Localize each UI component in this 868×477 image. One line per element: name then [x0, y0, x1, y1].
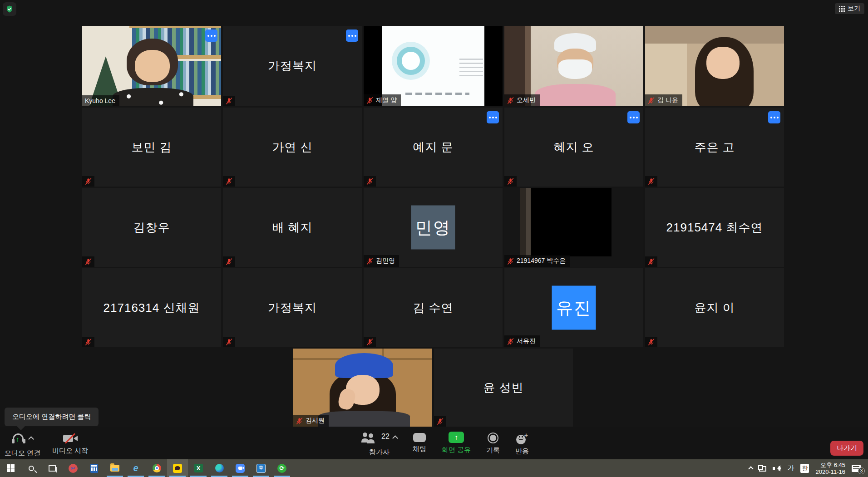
windows-logo-icon — [7, 464, 15, 472]
muted-mic-icon — [366, 97, 373, 104]
video-tile[interactable]: 주은 고 — [645, 108, 784, 187]
internet-explorer-button[interactable]: e — [125, 459, 146, 477]
headphones-icon: ↑ — [12, 433, 25, 443]
muted-badge — [645, 337, 657, 347]
video-tile-nayun[interactable]: 김 나윤 — [645, 26, 784, 106]
zoom-meeting-window: 보기 Kyuho Lee 가정복지 — [0, 0, 868, 477]
muted-mic-icon — [507, 258, 514, 265]
muted-mic-icon — [366, 339, 373, 345]
action-center-icon[interactable]: 3 — [852, 465, 861, 472]
video-tile[interactable]: 21915474 최수연 — [645, 188, 784, 267]
share-screen-button[interactable]: ↑ 화면 공유 — [442, 432, 471, 457]
audio-options-chevron-icon[interactable] — [28, 436, 34, 442]
participant-name: 김시원 — [306, 417, 325, 425]
participant-name: 주은 고 — [645, 108, 784, 187]
record-button[interactable]: 기록 — [486, 432, 500, 457]
video-tile[interactable]: 윤지 이 — [645, 268, 784, 347]
tray-overflow-chevron-icon[interactable] — [749, 466, 754, 471]
video-tile[interactable]: 보민 김 — [82, 108, 221, 187]
muted-mic-icon — [366, 258, 373, 265]
ime-mode-indicator[interactable]: 가 — [787, 464, 794, 472]
muted-badge — [82, 256, 94, 267]
security-shield-button[interactable] — [3, 2, 16, 16]
tile-menu-button[interactable] — [487, 111, 499, 123]
tile-menu-button[interactable] — [768, 111, 780, 123]
hangul-office-icon: 호 — [256, 464, 266, 473]
video-tile[interactable]: 가연 신 — [223, 108, 362, 187]
video-tile-suwon[interactable]: 21914967 박수은 — [504, 188, 643, 267]
tile-menu-button[interactable] — [205, 30, 217, 42]
snipping-tool-icon: ✂ — [69, 464, 78, 473]
ime-korean-indicator[interactable]: 한 — [800, 464, 809, 473]
edge-button[interactable] — [209, 459, 230, 477]
video-tile[interactable]: 가정복지 — [223, 268, 362, 347]
participants-chevron-icon[interactable] — [392, 435, 398, 441]
tray-date: 2020-11-16 — [815, 468, 845, 475]
sync-app-button[interactable]: ⟳ — [271, 459, 292, 477]
start-video-button[interactable]: 비디오 시작 — [52, 433, 88, 457]
muted-badge — [645, 256, 657, 267]
video-tile-jaeyeol[interactable]: 재열 양 — [364, 26, 503, 106]
join-audio-button[interactable]: ↑ 오디오 연결 — [5, 433, 40, 457]
participant-name: 배 혜지 — [223, 188, 362, 267]
chrome-button[interactable] — [146, 459, 167, 477]
muted-mic-icon — [226, 98, 232, 104]
video-tile-yujin[interactable]: 유진 서유진 — [504, 268, 643, 347]
calculator-button[interactable] — [84, 459, 104, 477]
video-tile[interactable]: 김창우 — [82, 188, 221, 267]
muted-badge — [364, 176, 376, 187]
tile-menu-button[interactable] — [627, 111, 640, 123]
volume-icon[interactable] — [773, 465, 781, 472]
muted-mic-icon — [85, 339, 92, 345]
participant-name: 김창우 — [82, 188, 221, 267]
participant-name: 재열 양 — [376, 96, 397, 104]
participant-name-chip: 오세빈 — [504, 94, 540, 106]
muted-mic-icon — [226, 258, 232, 265]
tray-time: 오후 6:45 — [815, 462, 845, 468]
video-tile[interactable]: 21716314 신채원 — [82, 268, 221, 347]
participants-button[interactable]: 22 참가자 — [361, 432, 397, 457]
tile-menu-button[interactable] — [346, 30, 358, 42]
excel-button[interactable]: X — [188, 459, 209, 477]
muted-mic-icon — [226, 339, 232, 345]
participant-name-chip: 김시원 — [293, 415, 329, 427]
muted-badge — [223, 337, 235, 347]
chat-button[interactable]: 채팅 — [413, 432, 426, 457]
participant-name: 김 나윤 — [657, 96, 678, 104]
record-icon — [488, 433, 498, 443]
video-tile[interactable]: 가정복지 — [223, 26, 362, 106]
hangul-office-button[interactable]: 호 — [251, 459, 271, 477]
search-icon — [29, 466, 34, 471]
video-tile[interactable]: 혜지 오 — [504, 108, 643, 187]
task-view-button[interactable] — [42, 459, 63, 477]
reactions-button[interactable]: + 반응 — [515, 432, 529, 457]
participant-name: 21914967 박수은 — [517, 257, 566, 265]
file-explorer-button[interactable] — [104, 459, 125, 477]
edge-icon — [215, 464, 224, 472]
video-tile-kyuho-lee[interactable]: Kyuho Lee — [82, 26, 221, 106]
video-tile[interactable]: 윤 성빈 — [434, 349, 573, 427]
video-tile-siwon[interactable]: 김시원 — [293, 349, 432, 427]
muted-mic-icon — [648, 178, 655, 185]
zoom-app-button[interactable] — [230, 459, 251, 477]
kakaotalk-button[interactable] — [167, 459, 188, 477]
video-tile[interactable]: 예지 문 — [364, 108, 503, 187]
video-tile-minyoung[interactable]: 민영 김민영 — [364, 188, 503, 267]
taskbar-search-button[interactable] — [21, 459, 42, 477]
participant-name: 윤 성빈 — [434, 349, 573, 427]
start-button[interactable] — [0, 459, 21, 477]
file-explorer-icon — [110, 465, 119, 472]
participant-name: 가연 신 — [223, 108, 362, 187]
network-icon[interactable] — [759, 466, 766, 472]
participant-name: 21915474 최수연 — [645, 188, 784, 267]
video-tile[interactable]: 배 혜지 — [223, 188, 362, 267]
participant-name: 김 수연 — [364, 268, 503, 347]
view-button[interactable]: 보기 — [835, 3, 864, 14]
task-view-icon — [49, 465, 56, 472]
start-video-label: 비디오 시작 — [52, 447, 88, 455]
leave-button[interactable]: 나가기 — [830, 441, 863, 456]
video-tile-sebin[interactable]: 오세빈 — [504, 26, 643, 106]
video-tile[interactable]: 김 수연 — [364, 268, 503, 347]
taskbar-clock[interactable]: 오후 6:45 2020-11-16 — [815, 462, 845, 475]
snipping-tool-button[interactable]: ✂ — [63, 459, 84, 477]
